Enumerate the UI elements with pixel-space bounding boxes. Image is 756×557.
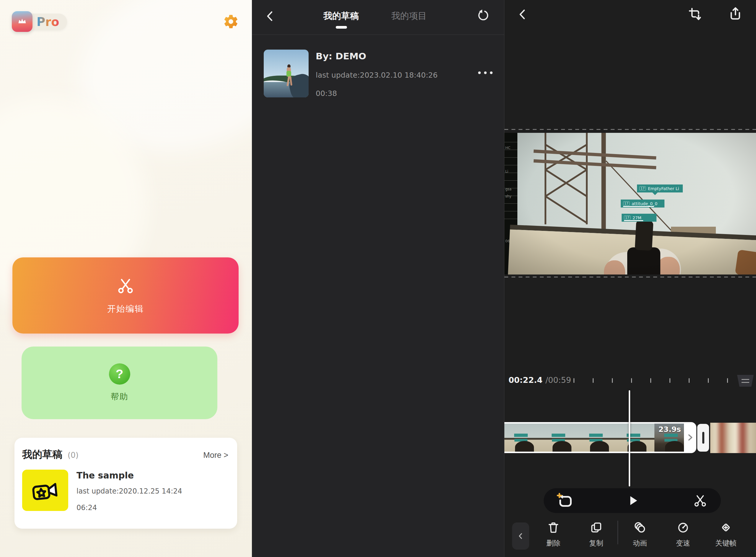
back-button[interactable]	[264, 9, 276, 23]
drafts-card-title: 我的草稿	[22, 448, 62, 461]
draft-name: The sample	[77, 470, 182, 480]
app-logo: Pro	[12, 11, 80, 32]
timeline-ruler[interactable]	[569, 376, 735, 385]
app-stage: Pro	[0, 0, 756, 557]
timecode: 00:22.4/00:59	[508, 376, 571, 385]
keyframe-icon	[719, 521, 733, 534]
crop-guide-top	[504, 129, 756, 130]
timeline-filmstrip: 23.9s	[504, 422, 756, 454]
tool-label: 复制	[589, 538, 603, 548]
project-duration: 00:38	[316, 89, 337, 98]
clip-trim-handle[interactable]	[697, 424, 709, 451]
chevron-left-icon	[516, 531, 525, 541]
project-updated: last update:2023.02.10 18:40:26	[316, 71, 438, 79]
share-export-icon	[728, 6, 743, 21]
chevron-right-icon	[686, 432, 694, 443]
draft-updated: last update:2020.12.25 14:24	[77, 487, 182, 495]
refresh-button[interactable]	[476, 9, 490, 23]
camcorder-icon	[30, 477, 60, 504]
selected-clip[interactable]: 23.9s	[504, 422, 696, 453]
refresh-icon	[476, 9, 490, 23]
vignette-overlay	[504, 133, 756, 274]
trash-icon	[547, 521, 560, 534]
crop-guide-bottom	[504, 276, 756, 277]
crop-icon	[688, 6, 703, 22]
clip-duration-label: 23.9s	[658, 425, 681, 434]
crop-button[interactable]	[688, 6, 703, 22]
speed-gauge-icon	[676, 521, 690, 534]
tool-delete[interactable]: 删除	[536, 521, 571, 548]
clip-frames	[504, 423, 684, 451]
draft-project-row[interactable]: By: DEMO last update:2023.02.10 18:40:26…	[252, 44, 504, 106]
time-total: /00:59	[545, 376, 571, 385]
tool-label: 删除	[546, 538, 560, 548]
playhead[interactable]	[629, 390, 630, 487]
back-chevron-icon	[264, 9, 276, 23]
pro-badge-label: Pro	[37, 15, 59, 29]
tool-keyframe[interactable]: 关键帧	[708, 521, 744, 548]
toolbar-divider	[617, 521, 618, 544]
undo-plus-icon	[557, 493, 573, 508]
question-icon: ?	[109, 363, 130, 385]
home-screen: Pro	[0, 0, 252, 557]
video-preview[interactable]: HC Li gsa shy 06	[504, 133, 756, 274]
tool-label: 关键帧	[715, 538, 736, 548]
drafts-card-header: 我的草稿 (0) More >	[22, 448, 228, 461]
export-button[interactable]	[728, 6, 743, 21]
editor-toolbar: 删除 复制 动画	[504, 517, 756, 557]
scissors-icon	[693, 493, 708, 508]
settings-button[interactable]	[223, 13, 239, 30]
home-header: Pro	[12, 11, 239, 32]
gear-icon	[223, 13, 239, 30]
playback-pill-bar	[544, 488, 721, 513]
editor-back-button[interactable]	[517, 7, 529, 21]
scissors-icon	[116, 276, 135, 295]
more-menu-icon[interactable]	[478, 71, 493, 74]
draft-info: The sample last update:2020.12.25 14:24 …	[77, 470, 182, 512]
tool-label: 变速	[676, 538, 690, 548]
split-button[interactable]	[693, 493, 708, 508]
drafts-screen: 我的草稿 我的项目 By: DEMO last update:2023.02.1…	[252, 0, 504, 557]
draft-duration: 06:24	[77, 504, 182, 512]
tab-my-drafts[interactable]: 我的草稿	[317, 10, 365, 22]
drafts-count: (0)	[67, 451, 79, 460]
editor-screen: HC Li gsa shy 06	[504, 0, 756, 557]
tool-copy[interactable]: 复制	[579, 521, 614, 548]
drafts-header: 我的草稿 我的项目	[252, 0, 504, 35]
tool-label: 动画	[633, 538, 647, 548]
tool-animation[interactable]: 动画	[622, 521, 657, 548]
timeline-options-icon[interactable]	[737, 375, 754, 387]
draft-list-item[interactable]: The sample last update:2020.12.25 14:24 …	[22, 470, 228, 512]
animation-icon	[633, 521, 647, 534]
help-label: 帮助	[111, 391, 129, 402]
play-button[interactable]	[626, 494, 640, 507]
back-chevron-icon	[517, 7, 529, 21]
start-editing-button[interactable]: 开始编辑	[12, 257, 239, 333]
tab-my-projects[interactable]: 我的项目	[385, 10, 432, 22]
app-logo-icon	[12, 11, 32, 32]
start-editing-label: 开始编辑	[107, 303, 144, 315]
tool-speed[interactable]: 变速	[665, 521, 701, 548]
undo-button[interactable]	[557, 493, 573, 508]
time-current: 00:22.4	[508, 376, 542, 385]
copy-icon	[589, 521, 603, 534]
project-author: By: DEMO	[316, 51, 366, 61]
draft-thumbnail	[22, 470, 68, 511]
collapse-toolbar-button[interactable]	[512, 523, 529, 550]
crown-icon	[16, 16, 28, 27]
next-clip[interactable]	[710, 423, 756, 453]
active-tab-indicator	[336, 26, 347, 29]
play-icon	[626, 494, 640, 507]
help-button[interactable]: ? 帮助	[22, 347, 217, 419]
drafts-more-link[interactable]: More >	[203, 451, 228, 460]
project-thumbnail	[264, 50, 309, 97]
my-drafts-card: 我的草稿 (0) More > The sample las	[15, 438, 237, 529]
